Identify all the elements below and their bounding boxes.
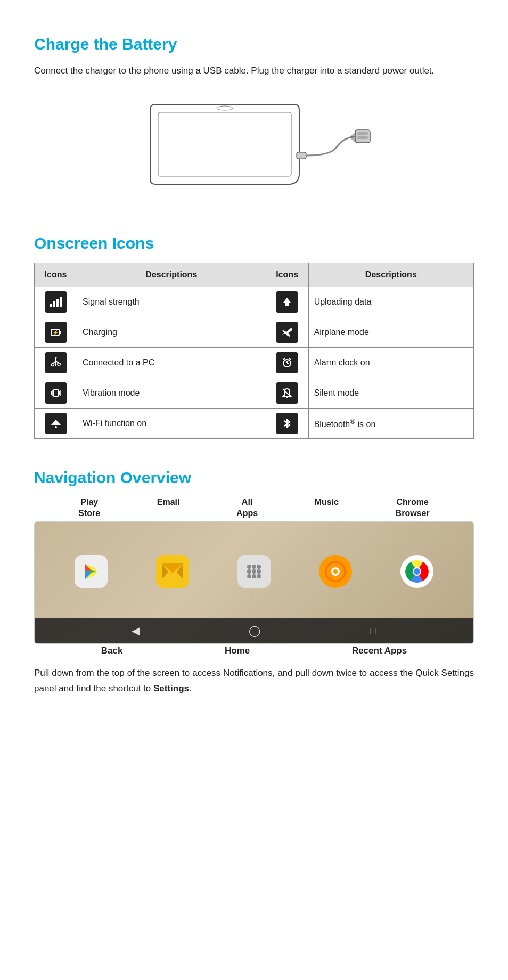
navigation-description: Pull down from the top of the screen to … [34,666,474,697]
label-email: Email [157,497,180,519]
svg-rect-2 [297,152,306,159]
icon-airplane [266,317,308,348]
app-top-labels: PlayStore Email AllApps Music ChromeBrow… [34,497,474,519]
svg-rect-16 [60,331,61,334]
label-play-store: PlayStore [78,497,100,519]
svg-point-58 [333,569,338,574]
svg-point-21 [51,364,54,366]
label-music: Music [315,497,339,519]
desc-upload: Uploading data [308,287,473,317]
label-all-apps: AllApps [236,497,258,519]
svg-rect-22 [58,363,60,365]
desc-charging: Charging [77,317,266,348]
table-row: ⚡ Charging Airplane mode [35,317,474,348]
svg-point-52 [247,574,251,578]
svg-point-1 [217,106,233,110]
svg-rect-13 [60,297,62,307]
icon-vibration [35,378,77,409]
recent-apps-button-icon[interactable]: □ [370,623,376,639]
back-button-icon[interactable]: ◀ [132,623,140,639]
svg-marker-36 [51,420,61,425]
nav-bar: ◀ ◯ □ [35,618,473,643]
icon-charging: ⚡ [35,317,77,348]
label-chrome-browser: ChromeBrowser [396,497,430,519]
label-back: Back [101,644,123,658]
desc-vibration: Vibration mode [77,378,266,409]
navigation-description-bold: Settings [153,683,189,693]
svg-rect-29 [54,389,58,397]
navigation-description-end: . [189,683,192,693]
icons-table: Icons Descriptions Icons Descriptions [34,263,474,439]
svg-point-53 [252,574,256,578]
svg-point-46 [247,565,251,569]
svg-text:⚡: ⚡ [52,329,59,336]
icon-signal [35,287,77,317]
nav-bottom-labels: Back Home Recent Apps [34,644,474,658]
svg-point-51 [257,569,261,574]
desc-wifi: Wi-Fi function on [77,409,266,439]
navigation-title: Navigation Overview [34,466,474,489]
col-header-icons1: Icons [35,263,77,287]
svg-rect-12 [56,299,59,307]
svg-point-37 [55,426,57,428]
app-icon-play-store[interactable] [75,555,108,588]
app-icon-email[interactable] [156,555,189,588]
svg-line-27 [283,358,285,360]
desc-bluetooth: Bluetooth® is on [308,409,473,439]
col-header-desc2: Descriptions [308,263,473,287]
svg-marker-14 [283,298,291,306]
desc-pc: Connected to a PC [77,348,266,378]
icon-bluetooth [266,409,308,439]
table-row: Connected to a PC Alarm clock on [35,348,474,378]
icon-alarm [266,348,308,378]
home-button-icon[interactable]: ◯ [249,623,260,639]
svg-rect-0 [158,112,291,176]
desc-alarm: Alarm clock on [308,348,473,378]
svg-rect-5 [357,136,368,139]
table-row: Signal strength Uploading data [35,287,474,317]
table-row: Wi-Fi function on Bluetooth® is on [35,409,474,439]
charger-illustration [34,94,474,205]
svg-point-62 [414,568,420,575]
app-icon-all-apps[interactable] [237,555,271,588]
icon-wifi [35,409,77,439]
label-recent-apps: Recent Apps [352,644,407,658]
svg-point-50 [252,569,256,574]
nav-apps-row [35,522,473,618]
svg-point-48 [257,565,261,569]
desc-silent: Silent mode [308,378,473,409]
col-header-icons2: Icons [266,263,308,287]
label-home: Home [225,644,250,658]
navigation-screenshot: ◀ ◯ □ [34,521,474,644]
svg-rect-4 [357,132,368,135]
table-row: Vibration mode Silent mode [35,378,474,409]
svg-line-28 [289,358,291,360]
desc-airplane: Airplane mode [308,317,473,348]
navigation-description-plain: Pull down from the top of the screen to … [34,668,474,693]
icon-upload [266,287,308,317]
app-icon-chrome[interactable] [400,555,433,588]
icon-silent [266,378,308,409]
svg-marker-23 [55,357,57,358]
charge-title: Charge the Battery [34,32,474,56]
charge-description: Connect the charger to the phone using a… [34,63,474,78]
svg-point-54 [257,574,261,578]
icon-pc [35,348,77,378]
desc-signal: Signal strength [77,287,266,317]
onscreen-title: Onscreen Icons [34,231,474,255]
svg-point-47 [252,565,256,569]
app-icon-music[interactable] [319,555,352,588]
svg-rect-11 [53,301,55,307]
col-header-desc1: Descriptions [77,263,266,287]
svg-point-49 [247,569,251,574]
svg-rect-10 [50,304,52,307]
